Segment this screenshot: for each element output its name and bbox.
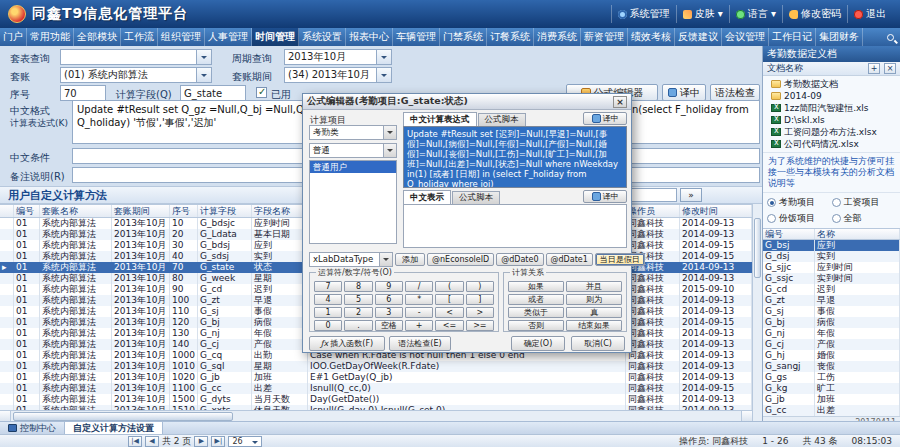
panel-table-row[interactable]: G_sangj 丧假	[763, 361, 900, 372]
seq-input[interactable]: 70	[60, 85, 106, 101]
relation-button[interactable]: 类似于	[508, 307, 564, 318]
col-account-period[interactable]: 套账期间	[112, 205, 170, 217]
menu-tab[interactable]: 时间管理	[252, 28, 299, 46]
menu-tab[interactable]: 报表中心	[346, 28, 393, 46]
dialog-translate-button-2[interactable]: 译中	[583, 190, 627, 203]
menu-tab[interactable]: 门禁系统	[440, 28, 487, 46]
tab-formula-script-2[interactable]: 公式脚本	[452, 191, 500, 204]
keypad-button[interactable]: 7	[314, 281, 342, 292]
keypad-button[interactable]: *	[405, 294, 433, 305]
keypad-button[interactable]: 空格	[375, 320, 403, 331]
col-item-id[interactable]: 编号	[763, 229, 815, 239]
col-item-name[interactable]: 名称	[815, 229, 900, 239]
menu-tab[interactable]: 车辆管理	[393, 28, 440, 46]
panel-table-row[interactable]: G_dsj 实到	[763, 251, 900, 262]
insert-function-button[interactable]: ƒx插入函数(F)	[309, 336, 385, 351]
dialog-translate-button-1[interactable]: 译中	[583, 112, 627, 125]
page-size-select[interactable]: 26	[228, 436, 262, 447]
col-id[interactable]: 编号	[14, 205, 40, 217]
account-select[interactable]: (01) 系统内部算法	[60, 67, 212, 83]
panel-table-row[interactable]: G_jb 加班	[763, 394, 900, 405]
doc-add-button[interactable]: +	[868, 63, 880, 74]
tree-item[interactable]: 2014-09	[763, 90, 900, 102]
tab-cn-display[interactable]: 中文表示	[403, 190, 451, 204]
category-radio[interactable]: 工资项目	[832, 196, 897, 209]
category-select[interactable]: 考勤类	[309, 125, 397, 140]
titlebar-action-button[interactable]: 系统管理	[611, 5, 676, 23]
add-button[interactable]: 添加	[395, 253, 425, 266]
keypad-button[interactable]: -	[405, 307, 433, 318]
menu-tab[interactable]: 系统设置	[299, 28, 346, 46]
tab-control-center[interactable]: 控制中心	[0, 422, 65, 434]
category-radio[interactable]: 份饭项目	[767, 212, 832, 225]
keypad-button[interactable]: 3	[375, 307, 403, 318]
keypad-button[interactable]: ]	[466, 294, 494, 305]
menu-tab[interactable]: 订餐系统	[487, 28, 534, 46]
menu-tab[interactable]: 人事管理	[205, 28, 252, 46]
last-page-button[interactable]: ▶|	[211, 436, 225, 447]
titlebar-action-button[interactable]: 语言 ▾	[729, 5, 782, 23]
panel-table-row[interactable]: G_kg 旷工	[763, 383, 900, 394]
keypad-button[interactable]: 6	[375, 294, 403, 305]
horizontal-scrollbar[interactable]	[0, 410, 752, 421]
col-calc-field[interactable]: 计算字段	[198, 205, 252, 217]
period-select[interactable]: 2013年10月	[284, 49, 392, 65]
tab-cn-expression[interactable]: 中文计算表达式	[403, 112, 477, 126]
quick-insert-button[interactable]: @dDate0	[496, 253, 543, 266]
keypad-button[interactable]: 8	[344, 281, 372, 292]
relation-button[interactable]: 结束如果	[566, 320, 622, 331]
keypad-button[interactable]: 5	[344, 294, 372, 305]
relation-button[interactable]: 则为	[566, 294, 622, 305]
category-radio[interactable]: 全部	[832, 212, 897, 225]
panel-table-row[interactable]: G_cd 迟到	[763, 284, 900, 295]
user-listbox[interactable]: 普通用户	[309, 160, 397, 244]
menu-tab[interactable]: 组织管理	[158, 28, 205, 46]
tree-item[interactable]: 1zz简阳汽智建恒.xls	[763, 102, 900, 114]
query-select[interactable]	[60, 49, 212, 65]
quick-insert-button[interactable]: @dDate1	[546, 253, 593, 266]
syntax-check-button[interactable]: 语法检查	[710, 84, 760, 101]
datatype-select[interactable]: xLabDataType	[309, 252, 393, 267]
col-account-name[interactable]: 套账名称	[40, 205, 112, 217]
keypad-button[interactable]: /	[405, 281, 433, 292]
keypad-button[interactable]: 0	[314, 320, 342, 331]
menu-tab[interactable]: 全部模块	[74, 28, 121, 46]
tree-item[interactable]: 公司代码情况.xlsx	[763, 138, 900, 150]
menu-tab[interactable]: 门户	[0, 28, 27, 46]
ok-button[interactable]: 确定(O)	[511, 336, 565, 351]
panel-table-row[interactable]: G_cj 产假	[763, 339, 900, 350]
quick-insert-button[interactable]: @nEconsoleID	[427, 253, 494, 266]
user-type-select[interactable]: 普通	[309, 143, 397, 158]
menu-tab[interactable]: 会议管理	[722, 28, 769, 46]
relation-button[interactable]: 否则	[508, 320, 564, 331]
dialog-close-button[interactable]: ×	[613, 96, 627, 108]
panel-table-row[interactable]: G_cc 出差	[763, 405, 900, 416]
titlebar-action-button[interactable]: 退出	[847, 5, 892, 23]
scroll-left-button[interactable]	[0, 411, 11, 421]
calc-field-input[interactable]: G_state	[180, 85, 246, 101]
menu-tab[interactable]: 绩效考核	[628, 28, 675, 46]
relation-button[interactable]: 并且	[566, 281, 622, 292]
horizontal-scroll-thumb[interactable]	[13, 412, 233, 421]
col-field-name[interactable]: 字段名称	[252, 205, 308, 217]
keypad-button[interactable]: 1	[314, 307, 342, 318]
keypad-button[interactable]: [	[435, 294, 463, 305]
menu-tab[interactable]: 工作流	[121, 28, 158, 46]
doc-delete-button[interactable]: ×	[884, 63, 896, 74]
tree-item[interactable]: 考勤数据文档	[763, 78, 900, 90]
cn-expression-area[interactable]: Update #tResult set [迟到]=Null,[早退]=Null,…	[403, 126, 627, 188]
menu-tab[interactable]: 反馈建议	[675, 28, 722, 46]
next-page-button[interactable]: ▶	[194, 436, 208, 447]
quick-insert-button[interactable]: 当日是假日	[595, 253, 645, 266]
category-radio[interactable]: 考勤项目	[767, 196, 832, 209]
keypad-button[interactable]: <=	[435, 320, 463, 331]
col-operator[interactable]: 操作员	[626, 205, 680, 217]
relation-button[interactable]: 或者	[508, 294, 564, 305]
menu-tab[interactable]: 薪资管理	[581, 28, 628, 46]
keypad-button[interactable]: 2	[344, 307, 372, 318]
tree-item[interactable]: 工资问题分布方法.xlsx	[763, 126, 900, 138]
panel-table-row[interactable]: G_hj 婚假	[763, 350, 900, 361]
relation-button[interactable]: 如果	[508, 281, 564, 292]
keypad-button[interactable]: >	[466, 307, 494, 318]
table-row[interactable]: 01 系统内部算法 2013年10月 1020 G_jb 加班 E#1 GetD…	[0, 372, 752, 383]
